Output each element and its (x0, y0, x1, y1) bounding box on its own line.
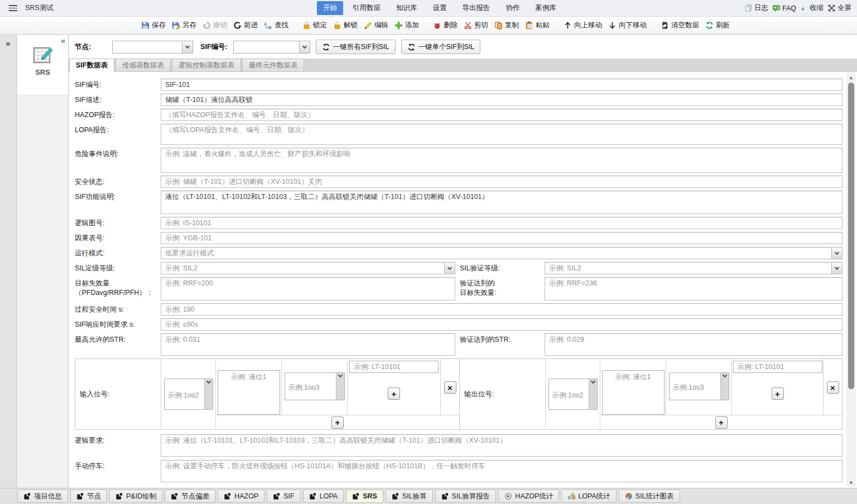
tab-sil-calculation-report[interactable]: SIL验算报告 (435, 490, 497, 503)
add-button[interactable]: 添加 (394, 21, 419, 30)
chevron-down-icon[interactable] (299, 41, 310, 53)
chevron-down-icon[interactable] (720, 373, 729, 400)
faq-button[interactable]: FAQ (772, 4, 796, 12)
hazard-event-textarea[interactable]: 示例: 溢罐，着火爆炸，造成人员伤亡、财产损失和环境影响 (161, 148, 842, 173)
target-failure-textarea[interactable]: 示例: RRF=200 (161, 277, 455, 301)
sidebar-item-srs[interactable]: SRS (32, 46, 54, 76)
log-button[interactable]: 日志 (744, 3, 768, 13)
add-output-group-button[interactable]: + (715, 416, 728, 429)
tab-node-deviation[interactable]: 节点偏差 (165, 490, 215, 503)
forward-button[interactable]: 前进 (233, 21, 258, 30)
expand-panel-icon[interactable]: » (6, 38, 10, 48)
collapse-header-icon[interactable]: ▲ (800, 5, 806, 11)
lopa-report-textarea[interactable]: （填写LOPA报告文件名、编号、日期、版次） (161, 124, 842, 145)
paste-button[interactable]: 粘贴 (525, 21, 550, 30)
shrink-button[interactable]: 收缩 (810, 3, 824, 13)
scroll-up-icon[interactable]: ▲ (846, 74, 856, 81)
find-button[interactable]: AB 查找 (264, 21, 288, 30)
save-as-button[interactable]: 另存 (172, 21, 196, 30)
tab-node[interactable]: 节点 (70, 490, 107, 503)
chevron-down-icon[interactable] (204, 379, 213, 409)
tab-sif[interactable]: SIF (267, 490, 300, 503)
input-desc-textarea[interactable]: 示例: 液位1 (218, 370, 280, 415)
remove-output-group-button[interactable]: × (827, 381, 839, 394)
scrollbar-thumb[interactable] (848, 83, 854, 389)
add-output-tag-button[interactable]: + (772, 387, 784, 400)
left-collapse-strip[interactable]: » (0, 35, 17, 488)
menu-item-collaboration[interactable]: 协作 (500, 1, 526, 15)
output-voting-outer-select[interactable]: 示例:1oo2 (548, 379, 598, 410)
menu-item-export-report[interactable]: 导出报告 (456, 1, 497, 15)
hazop-report-input[interactable]: （填写HAZOP报告文件名、编号、日期、版次） (161, 109, 842, 121)
menu-item-start[interactable]: 开始 (317, 1, 343, 15)
remove-input-group-button[interactable]: × (444, 381, 456, 394)
chevron-down-icon[interactable] (336, 373, 344, 400)
sil-target-select[interactable]: 示例: SIL2 (161, 262, 455, 274)
tab-logic-controller-data[interactable]: 逻辑控制器数据表 (172, 59, 241, 71)
all-sif-to-sil-button[interactable]: 一键所有SIF到SIL (316, 40, 396, 54)
sil-verified-select[interactable]: 示例: SIL2 (545, 262, 842, 274)
tab-project-info[interactable]: 项目信息 (17, 490, 68, 503)
scroll-down-icon[interactable]: ▼ (846, 479, 856, 487)
lock-button[interactable]: 锁定 (302, 21, 327, 30)
tab-srs[interactable]: SRS (346, 490, 383, 503)
manual-stop-textarea[interactable]: 示例: 设置手动停车，防火堤外现场按钮（HS-10101A）和辅操台按钮（HS-… (161, 460, 842, 482)
move-down-button[interactable]: 向下移动 (608, 21, 647, 30)
menu-item-settings[interactable]: 设置 (427, 1, 453, 15)
sif-response-time-input[interactable]: 示例: ≤90s (161, 318, 842, 331)
sif-desc-input[interactable]: 储罐（T-101）液位高高联锁 (161, 94, 842, 106)
collapse-sidebar-icon[interactable]: « (61, 36, 65, 45)
menu-item-reference-data[interactable]: 引用数据 (346, 1, 387, 15)
vertical-scrollbar[interactable]: ▲ ▼ (846, 72, 856, 487)
input-voting-outer-select[interactable]: 示例:1oo2 (164, 379, 213, 410)
tab-lopa-statistics[interactable]: LOPA统计 (561, 490, 616, 503)
save-button[interactable]: 保存 (141, 21, 166, 30)
tab-sensor-data[interactable]: 传感器数据表 (115, 59, 171, 71)
node-select[interactable] (112, 41, 193, 54)
tab-sif-data[interactable]: SIF数据表 (69, 59, 114, 72)
chevron-down-icon[interactable] (831, 248, 842, 259)
menu-item-knowledge-base[interactable]: 知识库 (390, 1, 423, 15)
single-sif-to-sil-button[interactable]: 一键单个SIF到SIL (401, 40, 481, 54)
input-tag-input[interactable]: 示例: LT-10101 (349, 361, 439, 373)
fullscreen-button[interactable]: 全屏 (827, 3, 851, 13)
add-input-group-button[interactable]: + (331, 416, 344, 429)
cut-button[interactable]: 剪切 (464, 21, 488, 30)
unlock-button[interactable]: 解锁 (333, 21, 358, 30)
chevron-down-icon[interactable] (444, 263, 455, 274)
chevron-down-icon[interactable] (182, 41, 192, 53)
edit-button[interactable]: 编辑 (364, 21, 388, 30)
move-up-button[interactable]: 向上移动 (564, 21, 602, 30)
tab-hazop-statistics[interactable]: HAZOP统计 (498, 490, 559, 503)
max-str-textarea[interactable]: 示例: 0.031 (161, 333, 455, 356)
cause-effect-input[interactable]: 示例: YGB-101 (161, 232, 842, 244)
tab-hazop[interactable]: HAZOP (218, 490, 264, 503)
logic-requirement-textarea[interactable]: 示例: 液位（LT-10101、LT-10102和LT-10103，三取二）高高… (161, 434, 842, 457)
refresh-button[interactable]: 刷新 (705, 21, 730, 30)
add-input-tag-button[interactable]: + (388, 387, 400, 400)
tab-final-element-data[interactable]: 最终元件数据表 (242, 59, 305, 71)
tab-pid-drawing[interactable]: P&ID绘制 (109, 490, 162, 503)
logic-diagram-input[interactable]: 示例: IS-10101 (161, 217, 842, 229)
tab-sil-calculation[interactable]: SIL验算 (386, 490, 433, 503)
copy-button[interactable]: 复制 (494, 21, 519, 30)
output-tag-input[interactable]: 示例: LT-10101 (733, 361, 822, 373)
undo-button[interactable]: 撤销 (203, 21, 227, 30)
verified-failure-textarea[interactable]: 示例: RRF=236 (545, 277, 842, 301)
input-voting-inner-select[interactable]: 示例:1oo3 (285, 372, 345, 400)
sif-function-textarea[interactable]: 液位（LT-10101、LT-10102和LT-10103，三取二）高高联锁关闭… (161, 191, 842, 214)
output-voting-inner-select[interactable]: 示例:1oo3 (669, 372, 729, 400)
hamburger-menu-icon[interactable] (9, 5, 17, 11)
process-safety-time-input[interactable]: 示例: 180 (161, 303, 842, 316)
safe-state-input[interactable]: 示例: 储罐（T-101）进口切断阀（XV-10101）关闭 (161, 176, 842, 188)
sif-number-select[interactable] (233, 41, 310, 54)
tab-sil-statistics-chart[interactable]: SIL统计图表 (619, 490, 680, 503)
delete-button[interactable]: 删除 (433, 21, 458, 30)
chevron-down-icon[interactable] (589, 379, 597, 409)
output-desc-textarea[interactable]: 示例: 液位1 (602, 370, 665, 415)
sif-no-input[interactable]: SIF-101 (161, 79, 842, 91)
op-mode-select[interactable]: 低要求运行模式 (161, 247, 842, 259)
menu-item-case-library[interactable]: 案例库 (529, 1, 563, 15)
clear-data-button[interactable]: 清空数据 (661, 21, 699, 30)
chevron-down-icon[interactable] (831, 263, 842, 274)
